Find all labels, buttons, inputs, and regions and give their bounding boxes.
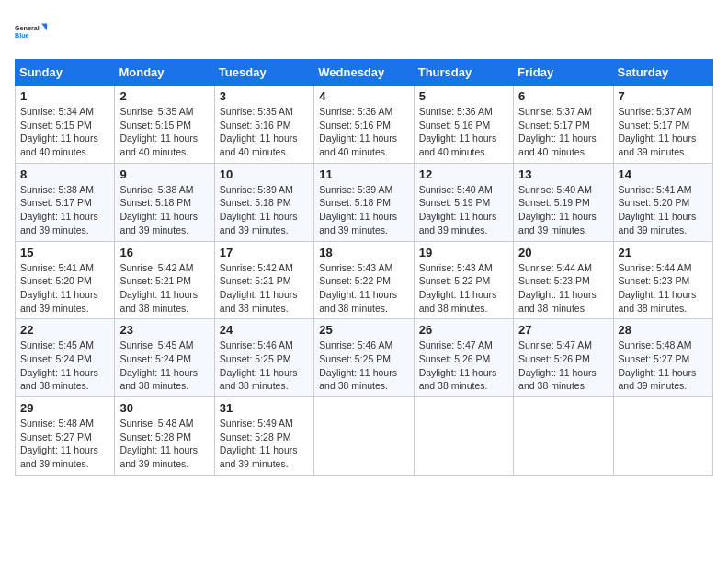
calendar-cell: 6Sunrise: 5:37 AM Sunset: 5:17 PM Daylig… xyxy=(514,86,613,164)
calendar-cell: 14Sunrise: 5:41 AM Sunset: 5:20 PM Dayli… xyxy=(613,163,712,241)
calendar-cell xyxy=(414,397,513,476)
day-header-saturday: Saturday xyxy=(613,60,712,86)
calendar-cell: 16Sunrise: 5:42 AM Sunset: 5:21 PM Dayli… xyxy=(115,241,214,319)
day-number: 24 xyxy=(220,323,309,337)
day-number: 18 xyxy=(319,246,408,259)
logo: GeneralBlue xyxy=(15,15,48,48)
day-info: Sunrise: 5:46 AM Sunset: 5:25 PM Dayligh… xyxy=(220,339,309,393)
calendar-cell xyxy=(314,397,414,476)
day-info: Sunrise: 5:45 AM Sunset: 5:24 PM Dayligh… xyxy=(20,339,109,393)
day-info: Sunrise: 5:46 AM Sunset: 5:25 PM Dayligh… xyxy=(319,339,408,393)
day-number: 12 xyxy=(419,167,508,181)
calendar-cell: 29Sunrise: 5:48 AM Sunset: 5:27 PM Dayli… xyxy=(16,397,115,476)
day-number: 30 xyxy=(119,401,209,415)
calendar-table: SundayMondayTuesdayWednesdayThursdayFrid… xyxy=(15,59,713,476)
calendar-cell: 18Sunrise: 5:43 AM Sunset: 5:22 PM Dayli… xyxy=(314,241,414,319)
day-number: 16 xyxy=(119,246,209,259)
day-number: 1 xyxy=(20,89,109,103)
day-info: Sunrise: 5:38 AM Sunset: 5:17 PM Dayligh… xyxy=(20,183,109,237)
day-info: Sunrise: 5:37 AM Sunset: 5:17 PM Dayligh… xyxy=(518,105,608,159)
calendar-cell xyxy=(514,397,613,476)
calendar-week-row: 29Sunrise: 5:48 AM Sunset: 5:27 PM Dayli… xyxy=(16,397,713,476)
calendar-cell: 13Sunrise: 5:40 AM Sunset: 5:19 PM Dayli… xyxy=(514,163,613,241)
calendar-cell: 9Sunrise: 5:38 AM Sunset: 5:18 PM Daylig… xyxy=(115,163,214,241)
logo-icon: GeneralBlue xyxy=(15,15,48,48)
day-number: 29 xyxy=(20,401,109,415)
calendar-cell: 31Sunrise: 5:49 AM Sunset: 5:28 PM Dayli… xyxy=(214,397,313,476)
day-info: Sunrise: 5:34 AM Sunset: 5:15 PM Dayligh… xyxy=(20,105,109,159)
day-number: 14 xyxy=(619,167,708,181)
day-header-thursday: Thursday xyxy=(414,60,513,86)
day-number: 2 xyxy=(119,89,209,103)
day-number: 5 xyxy=(419,89,508,103)
day-number: 10 xyxy=(220,167,309,181)
calendar-cell: 2Sunrise: 5:35 AM Sunset: 5:15 PM Daylig… xyxy=(115,86,214,164)
calendar-cell: 15Sunrise: 5:41 AM Sunset: 5:20 PM Dayli… xyxy=(16,241,115,319)
calendar-cell: 11Sunrise: 5:39 AM Sunset: 5:18 PM Dayli… xyxy=(314,163,414,241)
day-number: 3 xyxy=(220,89,309,103)
day-number: 25 xyxy=(319,323,408,337)
day-info: Sunrise: 5:48 AM Sunset: 5:27 PM Dayligh… xyxy=(619,339,708,393)
day-number: 23 xyxy=(119,323,209,337)
day-number: 26 xyxy=(419,323,508,337)
calendar-cell: 24Sunrise: 5:46 AM Sunset: 5:25 PM Dayli… xyxy=(214,319,313,397)
calendar-header-row: SundayMondayTuesdayWednesdayThursdayFrid… xyxy=(16,60,713,86)
day-info: Sunrise: 5:45 AM Sunset: 5:24 PM Dayligh… xyxy=(119,339,209,393)
svg-marker-2 xyxy=(41,23,47,30)
day-info: Sunrise: 5:36 AM Sunset: 5:16 PM Dayligh… xyxy=(419,105,508,159)
day-info: Sunrise: 5:47 AM Sunset: 5:26 PM Dayligh… xyxy=(518,339,608,393)
day-number: 4 xyxy=(319,89,408,103)
header: GeneralBlue xyxy=(15,15,713,48)
day-header-wednesday: Wednesday xyxy=(314,60,414,86)
day-number: 19 xyxy=(419,246,508,259)
calendar-cell: 3Sunrise: 5:35 AM Sunset: 5:16 PM Daylig… xyxy=(214,86,313,164)
day-info: Sunrise: 5:39 AM Sunset: 5:18 PM Dayligh… xyxy=(220,183,309,237)
svg-text:General: General xyxy=(15,24,40,32)
calendar-week-row: 1Sunrise: 5:34 AM Sunset: 5:15 PM Daylig… xyxy=(16,86,713,164)
calendar-cell: 8Sunrise: 5:38 AM Sunset: 5:17 PM Daylig… xyxy=(16,163,115,241)
day-info: Sunrise: 5:41 AM Sunset: 5:20 PM Dayligh… xyxy=(619,183,708,237)
calendar-cell: 22Sunrise: 5:45 AM Sunset: 5:24 PM Dayli… xyxy=(16,319,115,397)
day-info: Sunrise: 5:49 AM Sunset: 5:28 PM Dayligh… xyxy=(220,417,309,471)
day-header-friday: Friday xyxy=(514,60,613,86)
calendar-cell: 1Sunrise: 5:34 AM Sunset: 5:15 PM Daylig… xyxy=(16,86,115,164)
day-info: Sunrise: 5:42 AM Sunset: 5:21 PM Dayligh… xyxy=(119,261,209,316)
day-number: 13 xyxy=(518,167,608,181)
day-number: 20 xyxy=(518,246,608,259)
day-info: Sunrise: 5:41 AM Sunset: 5:20 PM Dayligh… xyxy=(20,261,109,316)
day-info: Sunrise: 5:38 AM Sunset: 5:18 PM Dayligh… xyxy=(119,183,209,237)
calendar-cell: 4Sunrise: 5:36 AM Sunset: 5:16 PM Daylig… xyxy=(314,86,414,164)
day-number: 15 xyxy=(20,246,109,259)
day-header-monday: Monday xyxy=(115,60,214,86)
day-info: Sunrise: 5:35 AM Sunset: 5:15 PM Dayligh… xyxy=(119,105,209,159)
day-info: Sunrise: 5:43 AM Sunset: 5:22 PM Dayligh… xyxy=(419,261,508,316)
day-number: 11 xyxy=(319,167,408,181)
day-number: 17 xyxy=(220,246,309,259)
calendar-week-row: 15Sunrise: 5:41 AM Sunset: 5:20 PM Dayli… xyxy=(16,241,713,319)
calendar-cell: 30Sunrise: 5:48 AM Sunset: 5:28 PM Dayli… xyxy=(115,397,214,476)
calendar-cell: 7Sunrise: 5:37 AM Sunset: 5:17 PM Daylig… xyxy=(613,86,712,164)
calendar-cell xyxy=(613,397,712,476)
day-info: Sunrise: 5:44 AM Sunset: 5:23 PM Dayligh… xyxy=(518,261,608,316)
calendar-cell: 21Sunrise: 5:44 AM Sunset: 5:23 PM Dayli… xyxy=(613,241,712,319)
day-number: 22 xyxy=(20,323,109,337)
day-info: Sunrise: 5:35 AM Sunset: 5:16 PM Dayligh… xyxy=(220,105,309,159)
day-header-sunday: Sunday xyxy=(16,60,115,86)
calendar-cell: 10Sunrise: 5:39 AM Sunset: 5:18 PM Dayli… xyxy=(214,163,313,241)
day-info: Sunrise: 5:48 AM Sunset: 5:28 PM Dayligh… xyxy=(119,417,209,471)
calendar-cell: 5Sunrise: 5:36 AM Sunset: 5:16 PM Daylig… xyxy=(414,86,513,164)
day-number: 21 xyxy=(619,246,708,259)
day-info: Sunrise: 5:39 AM Sunset: 5:18 PM Dayligh… xyxy=(319,183,408,237)
calendar-cell: 20Sunrise: 5:44 AM Sunset: 5:23 PM Dayli… xyxy=(514,241,613,319)
day-number: 28 xyxy=(619,323,708,337)
day-number: 8 xyxy=(20,167,109,181)
calendar-cell: 27Sunrise: 5:47 AM Sunset: 5:26 PM Dayli… xyxy=(514,319,613,397)
day-info: Sunrise: 5:36 AM Sunset: 5:16 PM Dayligh… xyxy=(319,105,408,159)
day-info: Sunrise: 5:37 AM Sunset: 5:17 PM Dayligh… xyxy=(619,105,708,159)
day-info: Sunrise: 5:43 AM Sunset: 5:22 PM Dayligh… xyxy=(319,261,408,316)
calendar-cell: 25Sunrise: 5:46 AM Sunset: 5:25 PM Dayli… xyxy=(314,319,414,397)
calendar-cell: 17Sunrise: 5:42 AM Sunset: 5:21 PM Dayli… xyxy=(214,241,313,319)
calendar-cell: 12Sunrise: 5:40 AM Sunset: 5:19 PM Dayli… xyxy=(414,163,513,241)
day-number: 9 xyxy=(119,167,209,181)
day-info: Sunrise: 5:42 AM Sunset: 5:21 PM Dayligh… xyxy=(220,261,309,316)
